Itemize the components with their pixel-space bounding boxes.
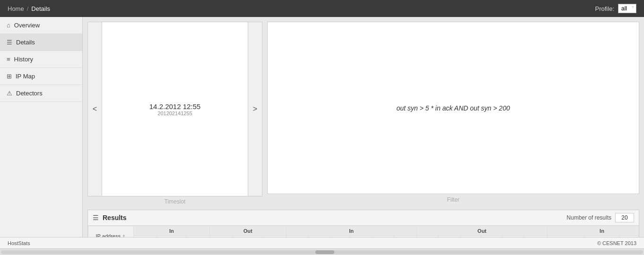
breadcrumb: Home / Details — [8, 5, 50, 12]
col-group-out-flags: Out — [417, 226, 547, 236]
results-menu-icon[interactable]: ☰ — [93, 214, 99, 221]
breadcrumb-separator: / — [27, 5, 29, 12]
num-results-label: Number of results — [566, 214, 611, 221]
results-header: ☰ Results Number of results 20 — [88, 210, 639, 226]
timeslot-main-time: 14.2.2012 12:55 — [149, 102, 200, 110]
horizontal-scrollbar[interactable] — [0, 248, 644, 255]
filter-box: out syn > 5 * in ack AND out syn > 200 — [267, 22, 639, 194]
results-table: IP address ⇕ In Out In Out In flows ⇕ pa… — [88, 226, 639, 237]
num-results-value: 20 — [615, 213, 634, 222]
sidebar-label-detectors: Detectors — [16, 90, 43, 97]
ipmap-icon: ⊞ — [7, 73, 12, 80]
sidebar-item-history[interactable]: ≡ History — [0, 51, 82, 68]
timeslot-filter-row: < 14.2.2012 12:55 201202141255 > Timeslo… — [87, 22, 639, 205]
scrollbar-thumb[interactable] — [315, 250, 334, 254]
history-icon: ≡ — [7, 56, 10, 63]
main-content: < 14.2.2012 12:55 201202141255 > Timeslo… — [83, 17, 644, 237]
breadcrumb-current: Details — [31, 5, 50, 12]
breadcrumb-home[interactable]: Home — [8, 5, 24, 12]
footer-right: © CESNET 2013 — [597, 240, 636, 246]
scrollbar-track[interactable] — [1, 250, 643, 254]
footer: HostStats © CESNET 2013 — [0, 237, 644, 248]
col-group-out: Out — [210, 226, 286, 236]
timeslot-box: < 14.2.2012 12:55 201202141255 > — [87, 22, 262, 196]
profile-label: Profile: — [595, 5, 614, 12]
filter-label: Filter — [267, 194, 639, 205]
sidebar-label-ipmap: IP Map — [16, 73, 35, 80]
sidebar-item-details[interactable]: ☰ Details — [0, 34, 82, 51]
sidebar-label-overview: Overview — [14, 22, 40, 29]
topbar: Home / Details Profile: all — [0, 0, 644, 17]
profile-select[interactable]: all — [618, 4, 636, 13]
timeslot-label: Timeslot — [87, 198, 262, 205]
timeslot-prev-button[interactable]: < — [88, 22, 102, 196]
footer-left: HostStats — [8, 240, 30, 246]
results-title: Results — [103, 214, 563, 221]
detectors-icon: ⚠ — [7, 90, 12, 97]
sidebar-label-history: History — [14, 56, 33, 63]
sidebar-label-details: Details — [16, 39, 35, 46]
col-ip-address[interactable]: IP address ⇕ — [88, 226, 134, 238]
timeslot-next-button[interactable]: > — [248, 22, 262, 196]
results-section: ☰ Results Number of results 20 IP addres… — [87, 210, 639, 237]
col-group-in-flags: In — [286, 226, 417, 236]
filter-value: out syn > 5 * in ack AND out syn > 200 — [268, 22, 639, 194]
timeslot-center: 14.2.2012 12:55 201202141255 — [102, 102, 248, 116]
col-group-in: In — [133, 226, 209, 236]
sidebar: ⌂ Overview ☰ Details ≡ History ⊞ IP Map … — [0, 17, 83, 237]
col-group-in-unique: In — [547, 226, 639, 236]
sidebar-item-overview[interactable]: ⌂ Overview — [0, 17, 82, 34]
timeslot-sub-time: 201202141255 — [157, 110, 192, 116]
details-icon: ☰ — [7, 39, 12, 46]
profile-area: Profile: all — [595, 4, 636, 13]
profile-select-wrapper[interactable]: all — [618, 4, 636, 13]
home-icon: ⌂ — [7, 22, 10, 29]
sidebar-item-detectors[interactable]: ⚠ Detectors — [0, 85, 82, 102]
sidebar-item-ip-map[interactable]: ⊞ IP Map — [0, 68, 82, 85]
